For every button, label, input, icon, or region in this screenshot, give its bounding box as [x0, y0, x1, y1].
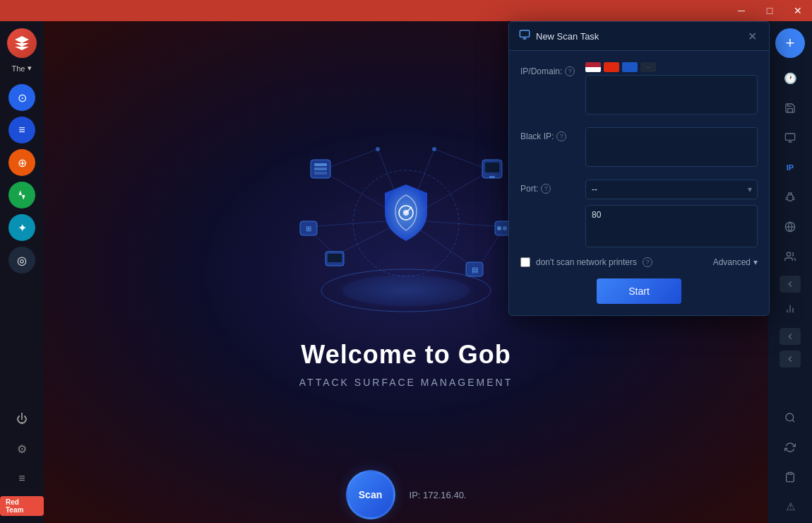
close-button[interactable]: ✕: [784, 0, 812, 21]
flag-more: ···: [640, 62, 656, 72]
svg-point-22: [335, 273, 477, 308]
right-sidebar: + 🕐 IP ⚠: [768, 21, 812, 523]
svg-point-53: [786, 413, 794, 421]
save-icon[interactable]: [777, 95, 804, 122]
svg-text:▤: ▤: [472, 266, 478, 274]
dialog-title-area: New Scan Task: [519, 29, 599, 43]
red-team-badge: Red Team: [0, 496, 44, 516]
svg-point-18: [376, 147, 380, 151]
ip-domain-input[interactable]: [585, 75, 758, 114]
svg-rect-30: [314, 172, 327, 175]
black-ip-label: Black IP: ?: [520, 127, 577, 141]
sidebar-icon-scan[interactable]: ⊙: [8, 84, 35, 111]
bar-chart-icon[interactable]: [777, 295, 804, 322]
ip-domain-row: IP/Domain: ? ···: [520, 62, 758, 117]
svg-point-38: [503, 226, 507, 230]
add-scan-button[interactable]: +: [775, 28, 805, 58]
svg-rect-29: [314, 168, 327, 170]
dialog-body: IP/Domain: ? ··· Black IP: ?: [509, 51, 769, 315]
no-printer-checkbox[interactable]: [520, 257, 530, 267]
black-ip-help-icon[interactable]: ?: [556, 131, 566, 141]
port-select[interactable]: --: [585, 180, 758, 199]
printer-help-icon[interactable]: ?: [643, 257, 652, 267]
svg-rect-41: [328, 254, 342, 262]
settings-icon[interactable]: ⚙: [8, 435, 35, 462]
collapse-section3-icon[interactable]: [780, 351, 801, 368]
chevron-down-icon: ▾: [28, 64, 32, 73]
flag-cn: [604, 62, 619, 72]
collapse-section2-icon[interactable]: [780, 328, 801, 345]
sidebar-icon-radar[interactable]: ◎: [8, 247, 35, 274]
team-label[interactable]: The ▾: [12, 64, 32, 73]
start-button[interactable]: Start: [597, 278, 681, 304]
menu-icon[interactable]: ≡: [8, 465, 35, 492]
hero-illustration: ⊞ ▤: [265, 114, 547, 340]
welcome-text: Welcome to Gob: [301, 340, 511, 370]
ip-monitor-icon[interactable]: IP: [777, 154, 804, 181]
svg-rect-56: [520, 30, 529, 37]
ip-flags: ···: [585, 62, 758, 72]
svg-rect-28: [314, 163, 327, 166]
history-icon[interactable]: 🕐: [777, 65, 804, 92]
svg-point-49: [787, 252, 790, 256]
checkbox-row: don't scan network printers ? Advanced ▾: [520, 257, 758, 267]
black-ip-row: Black IP: ?: [520, 127, 758, 170]
maximize-button[interactable]: □: [756, 0, 784, 21]
sidebar-bottom: ⏻ ⚙ ≡ Red Team: [0, 406, 44, 523]
warning-icon[interactable]: ⚠: [777, 493, 804, 520]
ip-domain-control: ···: [585, 62, 758, 117]
flag-us: [585, 62, 601, 72]
globe-icon[interactable]: [777, 213, 804, 240]
sidebar-icon-chart[interactable]: [8, 182, 35, 208]
svg-line-54: [792, 420, 794, 422]
app-logo: [7, 28, 37, 58]
scan-button[interactable]: Scan: [346, 470, 395, 519]
ip-domain-help-icon[interactable]: ?: [565, 66, 575, 76]
clipboard-icon[interactable]: [777, 464, 804, 490]
svg-point-19: [432, 147, 436, 151]
port-row: Port: ? -- 80: [520, 180, 758, 247]
port-label: Port: ?: [520, 180, 577, 194]
sidebar-icon-target[interactable]: ⊕: [8, 149, 35, 176]
sidebar-icon-puzzle[interactable]: ✦: [8, 214, 35, 241]
flag-other1: [622, 62, 638, 72]
collapse-section-icon[interactable]: [780, 276, 801, 293]
advanced-button[interactable]: Advanced ▾: [713, 257, 758, 267]
no-printer-label: don't scan network printers: [536, 257, 637, 267]
svg-rect-44: [785, 134, 794, 140]
svg-text:⊞: ⊞: [306, 225, 311, 233]
logo-icon: [13, 35, 30, 52]
monitor-icon[interactable]: [777, 124, 804, 151]
subtitle-text: Attack Surface Management: [299, 377, 513, 388]
left-sidebar: The ▾ ⊙ ≡ ⊕ ✦ ◎ ⏻ ⚙ ≡ Red Team: [0, 21, 44, 523]
svg-rect-33: [489, 176, 495, 178]
title-bar-controls: ─ □ ✕: [727, 0, 812, 21]
sidebar-icon-list[interactable]: ≡: [8, 117, 35, 143]
black-ip-input[interactable]: [585, 127, 758, 167]
port-value-area[interactable]: 80: [585, 205, 758, 247]
port-select-wrapper: --: [585, 180, 758, 199]
svg-rect-55: [788, 472, 792, 474]
port-help-icon[interactable]: ?: [541, 184, 551, 194]
svg-point-37: [497, 226, 501, 230]
scan-area: Scan IP: 172.16.40.: [44, 466, 768, 523]
ip-label: IP: 172.16.40.: [410, 490, 467, 500]
dialog-title: New Scan Task: [536, 31, 599, 42]
team-text: The: [12, 64, 25, 73]
ip-domain-label: IP/Domain: ?: [520, 62, 577, 76]
svg-rect-32: [485, 163, 499, 172]
scan-task-icon[interactable]: [777, 404, 804, 431]
dialog-scan-icon: [519, 29, 530, 43]
minimize-button[interactable]: ─: [727, 0, 756, 21]
power-icon[interactable]: ⏻: [8, 406, 35, 433]
title-bar: ─ □ ✕: [0, 0, 812, 21]
port-control: -- 80: [585, 180, 758, 247]
dialog-close-button[interactable]: ✕: [745, 29, 759, 43]
new-scan-dialog: New Scan Task ✕ IP/Domain: ? ···: [508, 21, 770, 316]
chevron-down-icon: ▾: [753, 257, 758, 267]
dialog-header: New Scan Task ✕: [509, 22, 769, 51]
hero-svg: ⊞ ▤: [265, 114, 547, 340]
user-group-icon[interactable]: [777, 243, 804, 270]
refresh-icon[interactable]: [777, 434, 804, 461]
bug-icon[interactable]: [777, 184, 804, 211]
